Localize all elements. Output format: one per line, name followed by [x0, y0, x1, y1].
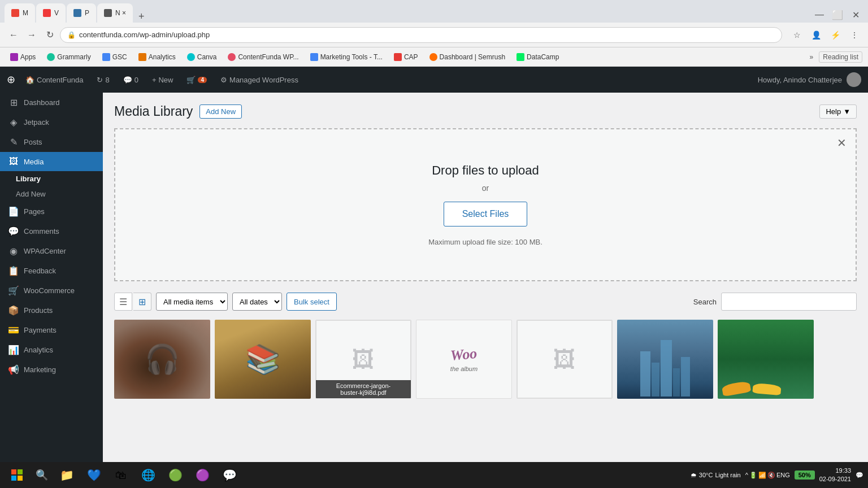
taskbar-app-5[interactable]: 💬 — [217, 463, 242, 487]
upload-close-button[interactable]: ✕ — [837, 136, 847, 150]
wp-managed-wordpress[interactable]: ⚙ Managed WordPress — [217, 76, 302, 84]
list-view-button[interactable]: ☰ — [114, 293, 132, 311]
bookmark-label: GSC — [112, 53, 127, 61]
taskbar-app-4[interactable]: 🟣 — [190, 463, 215, 487]
sidebar-item-label: Products — [24, 306, 53, 315]
tab-title: V — [54, 9, 59, 17]
sidebar-item-comments[interactable]: 💬 Comments — [0, 221, 103, 241]
extensions-button[interactable]: ⚡ — [827, 27, 843, 43]
start-button[interactable] — [5, 463, 29, 487]
sidebar-item-media[interactable]: 🖼 Media — [0, 152, 103, 171]
tab-favicon-icon — [73, 9, 81, 17]
bulk-select-button[interactable]: Bulk select — [287, 293, 337, 311]
media-item[interactable]: 🎧 — [114, 320, 210, 399]
wp-comments[interactable]: 💬 0 — [120, 76, 142, 84]
forward-button[interactable]: → — [24, 27, 40, 43]
media-type-filter[interactable]: All media items — [156, 293, 228, 311]
sidebar-sub-media: Library Add New — [0, 171, 103, 202]
page-title: Media Library — [114, 104, 193, 119]
reload-button[interactable]: ↻ — [42, 27, 58, 43]
sidebar-item-products[interactable]: 📦 Products — [0, 300, 103, 320]
sidebar-item-jetpack[interactable]: ◈ Jetpack — [0, 112, 103, 132]
battery-indicator: 50% — [795, 470, 815, 480]
taskbar-app-3[interactable]: 🟢 — [163, 463, 188, 487]
media-item[interactable]: Woo the album — [416, 320, 512, 399]
taskbar-app-chrome[interactable]: 🌐 — [136, 463, 160, 487]
wp-updates[interactable]: ↻ 8 — [93, 76, 112, 84]
media-item[interactable] — [718, 320, 814, 399]
url-text: contentfunda.com/wp-admin/upload.php — [79, 30, 210, 39]
sidebar-subitem-add-new[interactable]: Add New — [0, 186, 103, 202]
bookmark-label: Dashboard | Semrush — [440, 53, 506, 61]
sidebar-item-feedback[interactable]: 📋 Feedback — [0, 261, 103, 281]
wp-logo-icon[interactable]: ⊕ — [7, 73, 15, 86]
profile-button[interactable]: 👤 — [808, 27, 824, 43]
upload-area: ✕ Drop files to upload or Select Files M… — [114, 128, 857, 281]
comments-count: 0 — [134, 76, 138, 84]
show-more-bookmarks[interactable]: » — [810, 53, 814, 61]
address-bar[interactable]: 🔒 contentfunda.com/wp-admin/upload.php — [60, 27, 782, 43]
minimize-button[interactable]: — — [811, 7, 827, 23]
browser-tab[interactable]: V — [36, 3, 66, 23]
select-files-button[interactable]: Select Files — [444, 202, 528, 226]
taskbar-app-explorer[interactable]: 📁 — [54, 463, 79, 487]
library-label: Library — [16, 175, 41, 183]
taskbar-app-skype[interactable]: 💙 — [81, 463, 106, 487]
wp-new[interactable]: + New — [149, 76, 177, 84]
bookmark-cap[interactable]: CAP — [389, 52, 423, 62]
browser-tab[interactable]: P — [67, 3, 96, 23]
sidebar-item-marketing[interactable]: 📢 Marketing — [0, 360, 103, 380]
taskbar-app-store[interactable]: 🛍 — [108, 463, 133, 487]
bookmark-canva[interactable]: Canva — [183, 52, 222, 62]
wp-site-name[interactable]: 🏠 ContentFunda — [22, 76, 86, 84]
sidebar-item-analytics[interactable]: 📊 Analytics — [0, 340, 103, 360]
sidebar: ⊞ Dashboard ◈ Jetpack ✎ Posts 🖼 Media Li… — [0, 93, 103, 488]
wp-woocommerce[interactable]: 🛒 4 — [183, 76, 210, 84]
sidebar-item-woocommerce[interactable]: 🛒 WooCommerce — [0, 281, 103, 300]
media-item[interactable] — [617, 320, 713, 399]
bookmark-gsc[interactable]: GSC — [98, 52, 132, 62]
notification-button[interactable]: 💬 — [856, 472, 863, 479]
bookmark-icon — [10, 53, 18, 61]
add-new-button[interactable]: Add New — [199, 104, 242, 119]
bookmark-datacamp[interactable]: DataCamp — [512, 52, 563, 62]
date-filter[interactable]: All dates — [232, 293, 282, 311]
reading-list-button[interactable]: Reading list — [819, 51, 862, 63]
bookmark-contentfunda[interactable]: ContentFunda WP... — [223, 52, 303, 62]
sidebar-item-label: Jetpack — [24, 118, 49, 127]
bookmark-apps[interactable]: Apps — [6, 52, 40, 62]
menu-button[interactable]: ⋮ — [847, 27, 862, 43]
help-button[interactable]: Help ▼ — [819, 104, 857, 119]
sidebar-item-pages[interactable]: 📄 Pages — [0, 202, 103, 221]
back-button[interactable]: ← — [6, 27, 21, 43]
new-tab-button[interactable]: + — [134, 11, 149, 23]
sidebar-item-wpadcenter[interactable]: ◉ WPAdCenter — [0, 241, 103, 261]
sidebar-item-label: WPAdCenter — [24, 247, 66, 255]
taskbar-system-icons: 🌧 30°C Light rain — [691, 472, 741, 478]
woo-badge: 4 — [198, 77, 207, 83]
maximize-button[interactable]: ⬜ — [830, 7, 845, 23]
grid-view-button[interactable]: ⊞ — [133, 293, 151, 311]
media-item-label: Ecommerce-jargon-buster-kj9i8d.pdf — [316, 380, 411, 398]
close-button[interactable]: ✕ — [848, 7, 863, 23]
bookmark-semrush[interactable]: Dashboard | Semrush — [425, 52, 510, 62]
search-input[interactable] — [721, 293, 857, 311]
bookmark-marketing[interactable]: Marketing Tools - T... — [306, 52, 387, 62]
media-item[interactable]: 🖼 Ecommerce-jargon-buster-kj9i8d.pdf — [315, 320, 411, 399]
media-item[interactable]: 🖼 — [517, 320, 613, 399]
bookmark-star-button[interactable]: ☆ — [789, 27, 805, 43]
browser-tab[interactable]: N × — [97, 3, 133, 23]
sidebar-item-dashboard[interactable]: ⊞ Dashboard — [0, 93, 103, 112]
security-icon: 🔒 — [67, 31, 76, 39]
howdy-text: Howdy, Anindo Chatterjee — [758, 76, 842, 84]
sidebar-item-posts[interactable]: ✎ Posts — [0, 132, 103, 152]
browser-tab[interactable]: M — [5, 3, 35, 23]
sidebar-subitem-library[interactable]: Library — [0, 171, 103, 186]
user-avatar[interactable] — [847, 72, 861, 87]
media-item[interactable]: 📚 — [215, 320, 311, 399]
search-button[interactable]: 🔍 — [32, 465, 52, 485]
bookmark-grammarly[interactable]: Grammarly — [42, 52, 95, 62]
sidebar-item-payments[interactable]: 💳 Payments — [0, 320, 103, 340]
bookmark-analytics[interactable]: Analytics — [134, 52, 180, 62]
sidebar-item-label: Posts — [24, 138, 42, 146]
